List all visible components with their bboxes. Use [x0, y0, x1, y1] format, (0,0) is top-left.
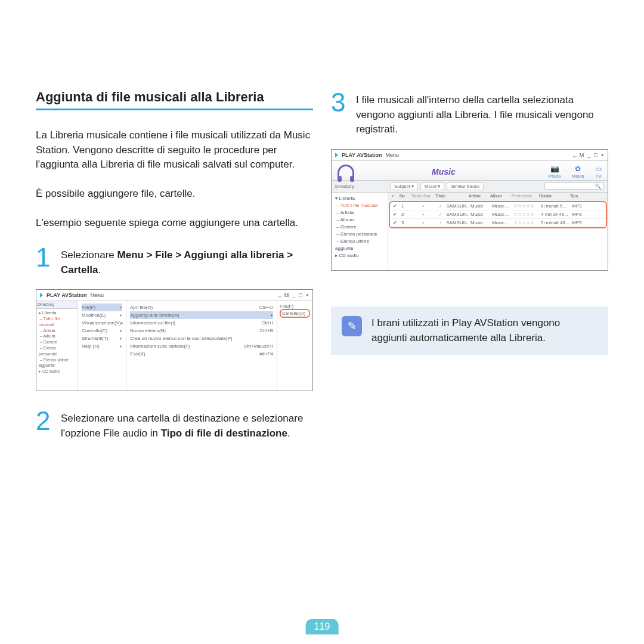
win-btn[interactable]: ⎵ — [278, 292, 281, 298]
win-btn[interactable]: × — [306, 292, 309, 298]
filter-similar[interactable]: Similar tracks — [447, 182, 484, 190]
directory-tree: Directory ▸ Libreria – Tutti i file musi… — [36, 301, 78, 391]
menu-item[interactable]: Visualizzazione(V) — [82, 320, 121, 326]
table-row[interactable]: ✔ 3 ▪ ♪ SAMSUN... Music Music ... ☆☆☆☆☆ … — [390, 219, 606, 227]
step-3: 3 I file musicali all'interno della cart… — [331, 89, 608, 137]
menu-item[interactable]: Controllo(C) — [82, 328, 107, 333]
tree-item[interactable]: Elenco personale — [340, 231, 377, 237]
win-btn[interactable]: ⎵ — [573, 152, 576, 158]
win-btn[interactable]: M — [284, 292, 289, 298]
cell-duration: 6i minuti 5... — [539, 203, 570, 209]
submenu-item[interactable]: Crea un nuovo elenco con le voci selezio… — [130, 336, 233, 341]
cell-album: Music ... — [490, 203, 512, 209]
win-btn[interactable]: _ — [292, 292, 295, 298]
note-text: I brani utilizzati in Play AVStation ven… — [371, 316, 597, 345]
step-number: 1 — [36, 244, 57, 271]
win-btn[interactable]: □ — [594, 152, 597, 158]
tree-item[interactable]: Artista — [43, 329, 55, 333]
directory-label: Directory — [36, 301, 78, 309]
highlighted-rows: ✔ 1 ▪ ♪ SAMSUN... Music Music ... ☆☆☆☆☆ … — [389, 201, 607, 228]
menu-item[interactable]: Modifica(E) — [82, 312, 106, 318]
cell-title: SAMSUN... — [444, 220, 469, 225]
tree-item[interactable]: Genere — [340, 224, 357, 230]
submenu-item[interactable]: Apri file(O) — [130, 305, 153, 310]
col-duration: Durata — [537, 194, 568, 199]
win-btn[interactable]: × — [601, 152, 604, 158]
step-3-text: I file musicali all'interno della cartel… — [356, 89, 608, 137]
headphone-icon — [338, 165, 354, 179]
submenu-item[interactable]: Informazioni sul file(I) — [130, 320, 175, 326]
submenu-item[interactable]: Informazioni sulle cartelle(F) — [130, 343, 190, 349]
cell-duration: 5i minuti 48... — [539, 220, 570, 225]
cell-type: MP3 — [570, 212, 586, 217]
col-status: Stato d'an... — [410, 194, 434, 199]
cell-title: SAMSUN... — [444, 212, 469, 217]
tree-item[interactable]: Genere — [44, 340, 57, 344]
screenshot-library: PLAY AVStation Menu ⎵ M _ □ × Music 📷Pho… — [331, 149, 608, 271]
page-number: 119 — [306, 619, 339, 634]
col-type: Tipo — [568, 194, 584, 199]
app-logo-icon — [40, 293, 43, 298]
step1-post: . — [98, 264, 101, 275]
photo-tab[interactable]: 📷Photo — [549, 165, 561, 179]
table-row[interactable]: ✔ 1 ▪ ♪ SAMSUN... Music Music ... ☆☆☆☆☆ … — [390, 202, 606, 210]
col-pref: Preferenza — [510, 194, 537, 199]
step-2: 2 Selezionare una cartella di destinazio… — [36, 408, 313, 441]
menu-item[interactable]: File(F) — [82, 305, 95, 310]
shortcut: Ctrl+B — [260, 328, 273, 333]
table-row[interactable]: ✔ 2 ▪ ♪ SAMSUN... Music Music ... ☆☆☆☆☆ … — [390, 210, 606, 219]
tree-item[interactable]: Artista — [340, 210, 354, 215]
intro-paragraph-1: La Libreria musicale contiene i file mus… — [36, 128, 313, 172]
table-header: ✓ No Stato d'an... Titolo Artista Album … — [388, 193, 608, 200]
tree-item[interactable]: Elenco personale — [39, 346, 57, 356]
tree-item[interactable]: Libreria — [339, 196, 355, 201]
tree-item[interactable]: Tutti i file musicali — [340, 203, 378, 208]
row-check-icon[interactable]: ✔ — [390, 220, 400, 225]
shortcut: Alt+F4 — [259, 351, 273, 357]
app-name: PLAY AVStation — [342, 152, 382, 158]
tree-item[interactable]: Elenco ultime aggiunte — [39, 358, 69, 368]
tree-item[interactable]: Album — [43, 334, 55, 338]
section-heading: Aggiunta di file musicali alla Libreria — [36, 89, 313, 110]
intro-paragraph-3: L'esempio seguente spiega come aggiunger… — [36, 216, 313, 231]
row-check-icon[interactable]: ✔ — [390, 203, 400, 209]
cell-album: Music ... — [490, 220, 512, 225]
tv-tab[interactable]: ▭TV — [595, 165, 602, 179]
file-submenu: Apri file(O)Ctrl+O Aggiungi alla libreri… — [126, 301, 277, 391]
win-btn[interactable]: _ — [587, 152, 590, 158]
filter-mood[interactable]: Mood ▾ — [420, 182, 444, 190]
col-check: ✓ — [388, 194, 398, 199]
icon-label: TV — [595, 174, 601, 179]
app-logo-icon — [335, 153, 338, 157]
step-number: 2 — [36, 408, 57, 434]
tree-item[interactable]: Elenco ultime aggiunte — [335, 239, 369, 251]
col-artist: Artista — [467, 194, 488, 199]
search-input[interactable]: 🔍 — [544, 182, 604, 190]
submenu-item[interactable]: Aggiungi alla libreria(A) — [130, 312, 179, 318]
movie-tab[interactable]: ✿Movie — [572, 165, 584, 179]
icon-label: Photo — [549, 174, 561, 179]
shortcut: Ctrl+I — [262, 320, 273, 326]
submenu-item[interactable]: Nuovo elenco(N) — [130, 328, 166, 333]
tree-item[interactable]: Tutti i file musicali — [39, 317, 60, 327]
tree-item[interactable]: CD audio — [42, 369, 60, 373]
cell-artist: Music — [469, 212, 490, 217]
screenshot-menu: PLAY AVStation Menu ⎵ M _ □ × Directory … — [36, 289, 313, 391]
submenu-item[interactable]: Esci(X) — [130, 351, 145, 357]
row-check-icon[interactable]: ✔ — [390, 212, 400, 217]
shortcut: Ctrl+Maiusc+I — [244, 343, 273, 349]
filter-subject[interactable]: Subject ▾ — [390, 182, 418, 190]
info-note: ✎ I brani utilizzati in Play AVStation v… — [331, 306, 608, 355]
tree-item[interactable]: Libreria — [42, 311, 56, 315]
menu-item[interactable]: Strumenti(T) — [82, 336, 108, 341]
tree-item[interactable]: Album — [340, 217, 354, 222]
flyout-item-highlighted[interactable]: Cartella(O) — [280, 309, 310, 318]
win-btn[interactable]: M — [580, 152, 584, 158]
cell-title: SAMSUN... — [444, 203, 469, 209]
flyout-item[interactable]: File(F) — [280, 304, 310, 309]
win-btn[interactable]: □ — [299, 292, 302, 298]
tree-item[interactable]: CD audio — [339, 253, 358, 258]
cell-pref: ☆☆☆☆☆ — [512, 212, 539, 217]
cell-type: MP3 — [570, 203, 586, 209]
menu-item[interactable]: Help (H) — [82, 343, 100, 349]
